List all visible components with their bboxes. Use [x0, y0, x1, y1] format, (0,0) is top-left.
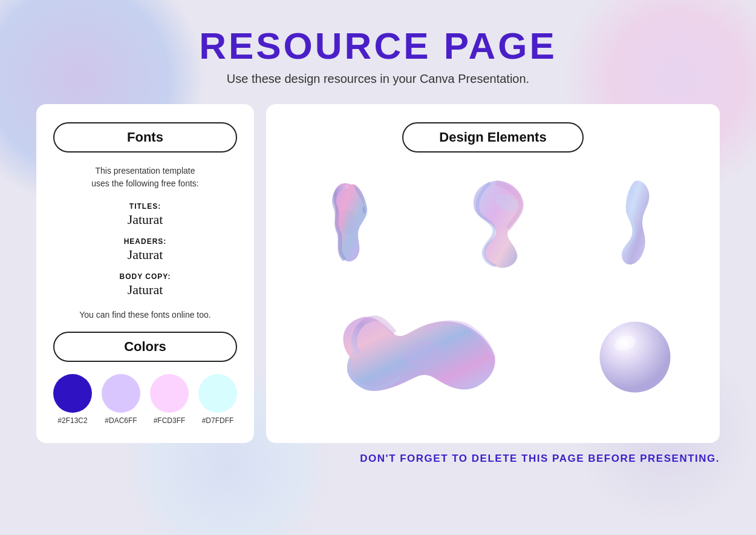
- font-bodycopy: BODY COPY: Jaturat: [53, 272, 237, 298]
- holo-shape-4: [325, 304, 519, 410]
- color-hex-1: #2F13C2: [57, 416, 87, 425]
- color-swatches: #2F13C2 #DAC6FF #FCD3FF #D7FDFF: [53, 374, 237, 425]
- svg-point-3: [599, 321, 670, 392]
- element-cell-1: [283, 165, 419, 289]
- color-circle-4: [198, 374, 237, 413]
- page-title: RESOURCE PAGE: [199, 24, 557, 67]
- content-row: Fonts This presentation template uses th…: [36, 104, 720, 443]
- color-swatch-3: #FCD3FF: [150, 374, 189, 425]
- design-elements-grid: [283, 165, 703, 419]
- fonts-description: This presentation template uses the foll…: [53, 165, 237, 190]
- color-circle-3: [150, 374, 189, 413]
- color-swatch-4: #D7FDFF: [198, 374, 237, 425]
- font-headers-name: Jaturat: [53, 247, 237, 263]
- footer-text: DON'T FORGET TO DELETE THIS PAGE BEFORE …: [360, 453, 720, 464]
- holo-shape-5: [596, 318, 674, 396]
- font-headers-label: HEADERS:: [53, 237, 237, 246]
- color-hex-2: #DAC6FF: [105, 416, 137, 425]
- left-panel: Fonts This presentation template uses th…: [36, 104, 254, 443]
- font-headers: HEADERS: Jaturat: [53, 237, 237, 263]
- font-titles: TITLES: Jaturat: [53, 202, 237, 228]
- holo-shape-3: [605, 174, 665, 280]
- right-panel: Design Elements: [266, 104, 720, 443]
- fonts-footer: You can find these fonts online too.: [53, 310, 237, 320]
- font-titles-name: Jaturat: [53, 212, 237, 228]
- color-swatch-2: #DAC6FF: [102, 374, 140, 425]
- colors-label: Colors: [53, 332, 237, 362]
- font-titles-label: TITLES:: [53, 202, 237, 211]
- element-cell-5: [567, 295, 703, 419]
- fonts-label: Fonts: [53, 122, 237, 153]
- element-cell-4: [283, 295, 561, 419]
- color-circle-2: [102, 374, 140, 413]
- font-bodycopy-label: BODY COPY:: [53, 272, 237, 281]
- font-bodycopy-name: Jaturat: [53, 282, 237, 298]
- page-subtitle: Use these design resources in your Canva…: [199, 72, 557, 86]
- design-elements-label: Design Elements: [402, 122, 584, 153]
- color-hex-4: #D7FDFF: [202, 416, 234, 425]
- element-cell-2: [425, 165, 561, 289]
- header-section: RESOURCE PAGE Use these design resources…: [199, 24, 557, 86]
- color-swatch-1: #2F13C2: [53, 374, 92, 425]
- holo-shape-2: [445, 172, 541, 281]
- footer-note: DON'T FORGET TO DELETE THIS PAGE BEFORE …: [36, 453, 720, 465]
- element-cell-3: [567, 165, 703, 289]
- holo-shape-1: [308, 172, 393, 281]
- page-container: RESOURCE PAGE Use these design resources…: [0, 0, 756, 483]
- color-hex-3: #FCD3FF: [154, 416, 186, 425]
- color-circle-1: [53, 374, 92, 413]
